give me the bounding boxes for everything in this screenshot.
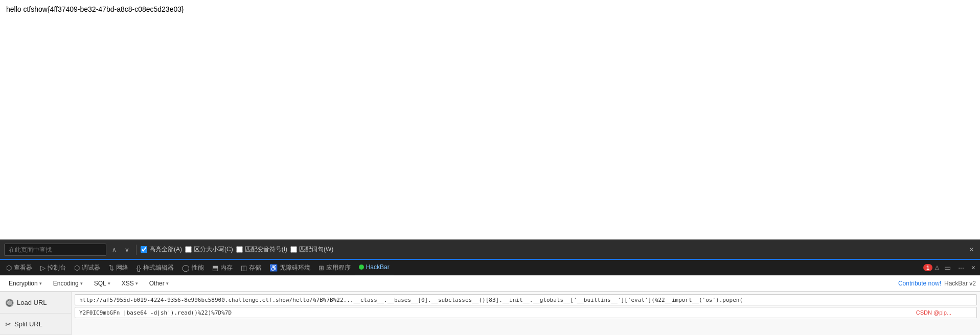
- load-url-icon: 🔘: [5, 299, 14, 307]
- console-icon: ▷: [40, 264, 45, 272]
- main-content: hello ctfshow{4ff37409-be32-47bd-a8c8-c0…: [0, 0, 980, 240]
- sql-chevron-icon: ▾: [108, 281, 110, 286]
- encryption-menu[interactable]: Encryption ▾: [4, 277, 47, 290]
- performance-icon: ◯: [182, 264, 190, 272]
- error-badge: 1: [923, 264, 932, 271]
- find-next-button[interactable]: ∨: [122, 244, 132, 256]
- tab-memory[interactable]: ⬒ 内存: [208, 260, 237, 275]
- url-input-secondary[interactable]: [75, 307, 977, 318]
- other-menu[interactable]: Other ▾: [145, 277, 173, 290]
- devtools-resize-button[interactable]: ▭: [942, 262, 953, 273]
- load-url-button[interactable]: 🔘 Load URL: [0, 292, 71, 314]
- xss-chevron-icon: ▾: [135, 281, 138, 286]
- hackbar-url-area: CSDN @pip...: [72, 292, 980, 335]
- csdn-badge: CSDN @pip...: [916, 309, 951, 316]
- debugger-icon: ⬡: [74, 264, 80, 272]
- devtools-right: 1 ⚠ ▭ ··· ×: [923, 262, 978, 273]
- devtools-bar: ⬡ 查看器 ▷ 控制台 ⬡ 调试器 ⇅ 网络 {} 样式编辑器 ◯ 性能 ⬒ 内…: [0, 259, 980, 275]
- page-text: hello ctfshow{4ff37409-be32-47bd-a8c8-c0…: [6, 5, 974, 13]
- find-prev-button[interactable]: ∧: [109, 244, 119, 256]
- devtools-close-button[interactable]: ×: [969, 262, 978, 273]
- split-url-button[interactable]: ✂ Split URL: [0, 314, 71, 335]
- find-bar: ∧ ∨ 高亮全部(A) 区分大小写(C) 匹配变音符号(I) 匹配词句(W) ×: [0, 240, 980, 259]
- encoding-menu[interactable]: Encoding ▾: [49, 277, 87, 290]
- find-close-button[interactable]: ×: [967, 245, 976, 254]
- tab-storage[interactable]: ◫ 存储: [237, 260, 265, 275]
- devtools-tabs: ⬡ 查看器 ▷ 控制台 ⬡ 调试器 ⇅ 网络 {} 样式编辑器 ◯ 性能 ⬒ 内…: [2, 259, 394, 276]
- devtools-more-button[interactable]: ···: [955, 262, 967, 273]
- hackbar-panel: 🔘 Load URL ✂ Split URL CSDN @pip...: [0, 292, 980, 335]
- url-input-main[interactable]: [75, 294, 977, 305]
- hackbar-dot-icon: [359, 265, 364, 270]
- contribute-link[interactable]: Contribute now!: [898, 280, 941, 287]
- hackbar-sidebar: 🔘 Load URL ✂ Split URL: [0, 292, 72, 335]
- storage-icon: ◫: [241, 264, 247, 272]
- tab-apps[interactable]: ⊞ 应用程序: [314, 260, 355, 275]
- tab-inspector[interactable]: ⬡ 查看器: [2, 260, 36, 275]
- diacritic-label[interactable]: 匹配变音符号(I): [236, 245, 287, 254]
- encryption-chevron-icon: ▾: [39, 281, 42, 286]
- tab-hackbar[interactable]: HackBar: [355, 259, 394, 276]
- memory-icon: ⬒: [212, 264, 218, 272]
- case-sensitive-checkbox[interactable]: [185, 246, 192, 253]
- apps-icon: ⊞: [318, 264, 324, 272]
- accessibility-icon: ♿: [269, 264, 278, 272]
- diacritic-checkbox[interactable]: [236, 246, 243, 253]
- find-input[interactable]: [4, 244, 106, 256]
- split-url-icon: ✂: [5, 320, 11, 328]
- xss-menu[interactable]: XSS ▾: [117, 277, 143, 290]
- inspector-icon: ⬡: [6, 264, 12, 272]
- tab-accessibility[interactable]: ♿ 无障碍环境: [265, 260, 314, 275]
- tab-style-editor[interactable]: {} 样式编辑器: [132, 260, 178, 275]
- word-match-label[interactable]: 匹配词句(W): [290, 245, 333, 254]
- tab-console[interactable]: ▷ 控制台: [36, 260, 70, 275]
- tab-performance[interactable]: ◯ 性能: [178, 260, 208, 275]
- separator: [136, 245, 136, 255]
- sql-menu[interactable]: SQL ▾: [89, 277, 115, 290]
- encoding-chevron-icon: ▾: [80, 281, 83, 286]
- hackbar-menu-bar: Encryption ▾ Encoding ▾ SQL ▾ XSS ▾ Othe…: [0, 275, 980, 292]
- word-match-checkbox[interactable]: [290, 246, 297, 253]
- network-icon: ⇅: [108, 264, 114, 272]
- hackbar-right: Contribute now! HackBar v2: [898, 280, 976, 287]
- tab-network[interactable]: ⇅ 网络: [104, 260, 132, 275]
- other-chevron-icon: ▾: [166, 281, 169, 286]
- tab-debugger[interactable]: ⬡ 调试器: [70, 260, 104, 275]
- hackbar-version: HackBar v2: [944, 280, 976, 287]
- style-icon: {}: [136, 264, 141, 272]
- case-sensitive-label[interactable]: 区分大小写(C): [185, 245, 233, 254]
- highlight-all-checkbox[interactable]: [141, 246, 147, 253]
- highlight-all-label[interactable]: 高亮全部(A): [141, 245, 182, 254]
